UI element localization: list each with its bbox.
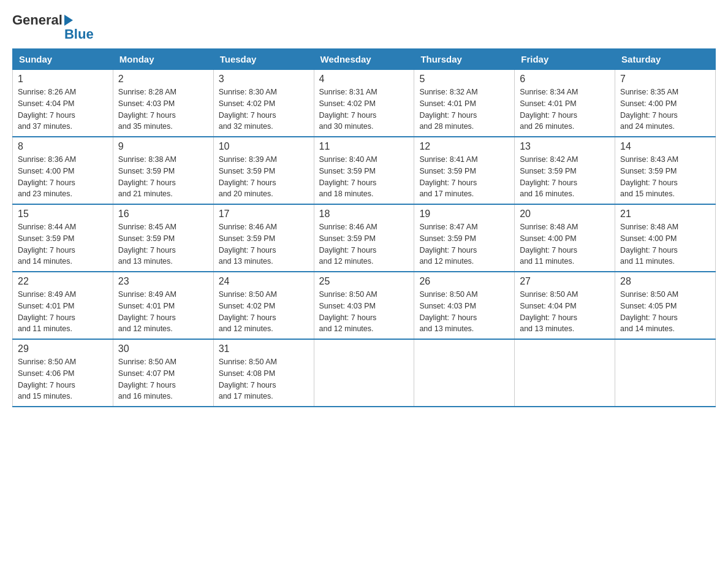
day-number: 10 (219, 141, 309, 152)
calendar-cell (314, 339, 414, 407)
day-info: Sunrise: 8:31 AM Sunset: 4:02 PM Dayligh… (319, 86, 409, 132)
day-info: Sunrise: 8:38 AM Sunset: 3:59 PM Dayligh… (118, 154, 208, 200)
day-info: Sunrise: 8:41 AM Sunset: 3:59 PM Dayligh… (419, 154, 509, 200)
calendar-cell: 1 Sunrise: 8:26 AM Sunset: 4:04 PM Dayli… (13, 70, 113, 137)
weekday-header-monday: Monday (113, 49, 213, 70)
day-info: Sunrise: 8:32 AM Sunset: 4:01 PM Dayligh… (419, 86, 509, 132)
day-number: 2 (118, 74, 208, 85)
weekday-header-sunday: Sunday (13, 49, 113, 70)
calendar-week-row: 22 Sunrise: 8:49 AM Sunset: 4:01 PM Dayl… (13, 272, 716, 339)
calendar-cell: 10 Sunrise: 8:39 AM Sunset: 3:59 PM Dayl… (213, 137, 314, 204)
day-info: Sunrise: 8:48 AM Sunset: 4:00 PM Dayligh… (620, 221, 710, 267)
calendar-cell: 15 Sunrise: 8:44 AM Sunset: 3:59 PM Dayl… (13, 204, 113, 272)
calendar-table: SundayMondayTuesdayWednesdayThursdayFrid… (12, 48, 716, 407)
calendar-body: 1 Sunrise: 8:26 AM Sunset: 4:04 PM Dayli… (13, 70, 716, 407)
calendar-cell: 11 Sunrise: 8:40 AM Sunset: 3:59 PM Dayl… (314, 137, 414, 204)
day-number: 27 (520, 276, 610, 287)
day-info: Sunrise: 8:42 AM Sunset: 3:59 PM Dayligh… (520, 154, 610, 200)
calendar-cell: 2 Sunrise: 8:28 AM Sunset: 4:03 PM Dayli… (113, 70, 213, 137)
day-info: Sunrise: 8:43 AM Sunset: 3:59 PM Dayligh… (620, 154, 710, 200)
weekday-header-saturday: Saturday (615, 49, 716, 70)
calendar-cell: 18 Sunrise: 8:46 AM Sunset: 3:59 PM Dayl… (314, 204, 414, 272)
logo-text-general: General (12, 12, 63, 28)
day-info: Sunrise: 8:30 AM Sunset: 4:02 PM Dayligh… (219, 86, 309, 132)
day-number: 6 (520, 74, 610, 85)
logo-triangle-icon (64, 15, 73, 26)
day-info: Sunrise: 8:46 AM Sunset: 3:59 PM Dayligh… (319, 221, 409, 267)
day-number: 5 (419, 74, 509, 85)
calendar-week-row: 29 Sunrise: 8:50 AM Sunset: 4:06 PM Dayl… (13, 339, 716, 407)
logo: General Blue (12, 12, 94, 42)
day-info: Sunrise: 8:35 AM Sunset: 4:00 PM Dayligh… (620, 86, 710, 132)
day-info: Sunrise: 8:50 AM Sunset: 4:08 PM Dayligh… (219, 356, 309, 402)
calendar-week-row: 8 Sunrise: 8:36 AM Sunset: 4:00 PM Dayli… (13, 137, 716, 204)
day-number: 15 (18, 209, 108, 220)
calendar-cell: 9 Sunrise: 8:38 AM Sunset: 3:59 PM Dayli… (113, 137, 213, 204)
calendar-week-row: 1 Sunrise: 8:26 AM Sunset: 4:04 PM Dayli… (13, 70, 716, 137)
day-info: Sunrise: 8:45 AM Sunset: 3:59 PM Dayligh… (118, 221, 208, 267)
calendar-header: SundayMondayTuesdayWednesdayThursdayFrid… (13, 49, 716, 70)
calendar-cell: 4 Sunrise: 8:31 AM Sunset: 4:02 PM Dayli… (314, 70, 414, 137)
day-info: Sunrise: 8:44 AM Sunset: 3:59 PM Dayligh… (18, 221, 108, 267)
day-number: 28 (620, 276, 710, 287)
day-number: 11 (319, 141, 409, 152)
day-info: Sunrise: 8:50 AM Sunset: 4:06 PM Dayligh… (18, 356, 108, 402)
day-number: 23 (118, 276, 208, 287)
weekday-header-row: SundayMondayTuesdayWednesdayThursdayFrid… (13, 49, 716, 70)
calendar-cell: 25 Sunrise: 8:50 AM Sunset: 4:03 PM Dayl… (314, 272, 414, 339)
day-info: Sunrise: 8:48 AM Sunset: 4:00 PM Dayligh… (520, 221, 610, 267)
day-info: Sunrise: 8:49 AM Sunset: 4:01 PM Dayligh… (118, 289, 208, 335)
day-info: Sunrise: 8:40 AM Sunset: 3:59 PM Dayligh… (319, 154, 409, 200)
calendar-cell: 19 Sunrise: 8:47 AM Sunset: 3:59 PM Dayl… (414, 204, 515, 272)
day-number: 31 (219, 343, 309, 354)
day-info: Sunrise: 8:34 AM Sunset: 4:01 PM Dayligh… (520, 86, 610, 132)
calendar-cell: 27 Sunrise: 8:50 AM Sunset: 4:04 PM Dayl… (515, 272, 615, 339)
day-number: 3 (219, 74, 309, 85)
calendar-cell: 16 Sunrise: 8:45 AM Sunset: 3:59 PM Dayl… (113, 204, 213, 272)
calendar-cell: 5 Sunrise: 8:32 AM Sunset: 4:01 PM Dayli… (414, 70, 515, 137)
calendar-cell: 23 Sunrise: 8:49 AM Sunset: 4:01 PM Dayl… (113, 272, 213, 339)
day-info: Sunrise: 8:50 AM Sunset: 4:07 PM Dayligh… (118, 356, 208, 402)
day-info: Sunrise: 8:28 AM Sunset: 4:03 PM Dayligh… (118, 86, 208, 132)
calendar-cell: 17 Sunrise: 8:46 AM Sunset: 3:59 PM Dayl… (213, 204, 314, 272)
calendar-cell (615, 339, 716, 407)
calendar-cell: 21 Sunrise: 8:48 AM Sunset: 4:00 PM Dayl… (615, 204, 716, 272)
calendar-cell: 8 Sunrise: 8:36 AM Sunset: 4:00 PM Dayli… (13, 137, 113, 204)
day-info: Sunrise: 8:46 AM Sunset: 3:59 PM Dayligh… (219, 221, 309, 267)
day-info: Sunrise: 8:50 AM Sunset: 4:03 PM Dayligh… (419, 289, 509, 335)
day-number: 9 (118, 141, 208, 152)
calendar-cell: 24 Sunrise: 8:50 AM Sunset: 4:02 PM Dayl… (213, 272, 314, 339)
day-info: Sunrise: 8:50 AM Sunset: 4:05 PM Dayligh… (620, 289, 710, 335)
calendar-cell: 26 Sunrise: 8:50 AM Sunset: 4:03 PM Dayl… (414, 272, 515, 339)
weekday-header-wednesday: Wednesday (314, 49, 414, 70)
day-number: 7 (620, 74, 710, 85)
calendar-cell (414, 339, 515, 407)
day-number: 24 (219, 276, 309, 287)
logo-arrow-wrapper: Blue (64, 12, 94, 42)
day-info: Sunrise: 8:47 AM Sunset: 3:59 PM Dayligh… (419, 221, 509, 267)
day-number: 26 (419, 276, 509, 287)
calendar-cell: 29 Sunrise: 8:50 AM Sunset: 4:06 PM Dayl… (13, 339, 113, 407)
page-header: General Blue (12, 12, 716, 42)
day-number: 8 (18, 141, 108, 152)
day-number: 21 (620, 209, 710, 220)
day-info: Sunrise: 8:49 AM Sunset: 4:01 PM Dayligh… (18, 289, 108, 335)
day-number: 17 (219, 209, 309, 220)
logo-blue-text: Blue (64, 26, 94, 42)
day-info: Sunrise: 8:39 AM Sunset: 3:59 PM Dayligh… (219, 154, 309, 200)
day-number: 14 (620, 141, 710, 152)
day-number: 18 (319, 209, 409, 220)
weekday-header-friday: Friday (515, 49, 615, 70)
day-number: 13 (520, 141, 610, 152)
day-info: Sunrise: 8:50 AM Sunset: 4:03 PM Dayligh… (319, 289, 409, 335)
calendar-cell (515, 339, 615, 407)
calendar-cell: 30 Sunrise: 8:50 AM Sunset: 4:07 PM Dayl… (113, 339, 213, 407)
day-info: Sunrise: 8:50 AM Sunset: 4:02 PM Dayligh… (219, 289, 309, 335)
day-info: Sunrise: 8:50 AM Sunset: 4:04 PM Dayligh… (520, 289, 610, 335)
day-number: 22 (18, 276, 108, 287)
day-number: 19 (419, 209, 509, 220)
calendar-cell: 7 Sunrise: 8:35 AM Sunset: 4:00 PM Dayli… (615, 70, 716, 137)
calendar-cell: 28 Sunrise: 8:50 AM Sunset: 4:05 PM Dayl… (615, 272, 716, 339)
calendar-cell: 22 Sunrise: 8:49 AM Sunset: 4:01 PM Dayl… (13, 272, 113, 339)
calendar-week-row: 15 Sunrise: 8:44 AM Sunset: 3:59 PM Dayl… (13, 204, 716, 272)
